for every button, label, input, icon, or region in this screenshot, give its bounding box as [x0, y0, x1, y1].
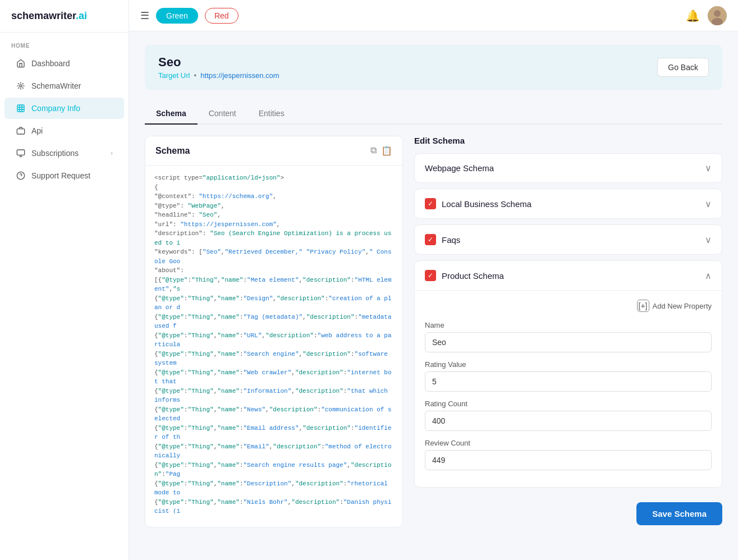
schema-panel-icons: ⧉ 📋: [370, 145, 392, 156]
target-url-value: https://jespernissen.com: [200, 71, 279, 80]
accordion-faqs: ✓ Faqs ∨: [414, 224, 722, 255]
sidebar-item-company-info[interactable]: Company Info: [4, 98, 124, 119]
svg-line-5: [18, 83, 19, 84]
form-group-rating-count: Rating Count: [425, 400, 712, 431]
accordion-webpage-title: Webpage Schema: [425, 163, 494, 173]
sidebar-item-schemawriter[interactable]: SchemaWriter: [4, 75, 124, 97]
accordion-product-body: [+] Add New Property Name Rating Value: [415, 290, 722, 487]
building-icon: [16, 103, 26, 113]
sidebar-item-dashboard[interactable]: Dashboard: [4, 53, 124, 74]
label-name: Name: [425, 321, 712, 329]
green-button[interactable]: Green: [156, 8, 198, 24]
edit-schema-title: Edit Schema: [414, 136, 722, 145]
page-title: Seo: [158, 55, 279, 70]
go-back-button[interactable]: Go Back: [657, 58, 709, 77]
chevron-down-icon: ∨: [705, 199, 712, 209]
sidebar-section-label: HOME: [0, 33, 129, 52]
svg-line-7: [22, 83, 24, 84]
accordion-local-business-header[interactable]: ✓ Local Business Schema ∨: [415, 189, 722, 218]
topbar-right: 🔔: [686, 6, 727, 25]
api-icon: [16, 126, 26, 136]
chevron-right-icon: ›: [111, 149, 113, 157]
svg-rect-11: [17, 150, 24, 155]
content-area: Seo Target Url • https://jespernissen.co…: [129, 31, 738, 560]
page-header-left: Seo Target Url • https://jespernissen.co…: [158, 55, 279, 80]
red-button[interactable]: Red: [205, 8, 239, 24]
add-property-button[interactable]: [+] Add New Property: [425, 300, 712, 312]
schema-panel: Schema ⧉ 📋 <script type="application/ld+…: [145, 136, 403, 527]
user-avatar[interactable]: [708, 6, 727, 25]
save-btn-container: Save Schema: [414, 493, 722, 527]
logo-text: schemawriter.ai: [11, 10, 87, 21]
accordion-webpage-header[interactable]: Webpage Schema ∨: [415, 154, 722, 182]
target-url: Target Url • https://jespernissen.com: [158, 71, 279, 80]
tab-content[interactable]: Content: [198, 103, 247, 125]
svg-point-0: [20, 85, 22, 87]
sidebar-logo: schemawriter.ai: [0, 0, 129, 33]
edit-panel: Edit Schema Webpage Schema ∨ ✓: [414, 136, 722, 527]
main-area: ☰ Green Red 🔔 Seo Target Url • https://j…: [129, 0, 738, 560]
accordion-faqs-title: Faqs: [442, 235, 460, 245]
save-schema-button[interactable]: Save Schema: [636, 502, 722, 525]
schema-columns: Schema ⧉ 📋 <script type="application/ld+…: [145, 136, 722, 527]
accordion-product-header[interactable]: ✓ Product Schema ∧: [415, 261, 722, 290]
page-header: Seo Target Url • https://jespernissen.co…: [145, 45, 722, 90]
sidebar-item-label: Dashboard: [31, 59, 70, 68]
tab-entities[interactable]: Entities: [247, 103, 296, 125]
label-review-count: Review Count: [425, 439, 712, 447]
support-icon: [16, 171, 26, 181]
accordion-left: ✓ Faqs: [425, 234, 460, 245]
sidebar-item-subscriptions[interactable]: Subscriptions ›: [4, 143, 124, 164]
accordion-local-business-title: Local Business Schema: [442, 199, 531, 209]
form-group-review-count: Review Count: [425, 439, 712, 470]
sidebar-item-label: Company Info: [31, 104, 80, 113]
accordion-webpage: Webpage Schema ∨: [414, 153, 722, 183]
code-block: <script type="application/ld+json"> { "@…: [145, 166, 402, 513]
input-name[interactable]: [425, 332, 712, 352]
topbar: ☰ Green Red 🔔: [129, 0, 738, 31]
sidebar-item-label: SchemaWriter: [31, 81, 81, 90]
bell-icon[interactable]: 🔔: [686, 9, 700, 22]
tabs: Schema Content Entities: [145, 103, 722, 125]
form-group-name: Name: [425, 321, 712, 352]
accordion-left: ✓ Product Schema: [425, 270, 504, 281]
chevron-down-icon: ∨: [705, 235, 712, 245]
label-rating-value: Rating Value: [425, 360, 712, 369]
svg-line-6: [22, 88, 24, 89]
sidebar-item-label: Support Request: [31, 171, 90, 180]
accordion-faqs-header[interactable]: ✓ Faqs ∨: [415, 225, 722, 254]
home-icon: [16, 58, 26, 68]
checkbox-icon[interactable]: ✓: [425, 270, 436, 281]
input-review-count[interactable]: [425, 450, 712, 470]
svg-point-17: [714, 10, 721, 17]
subscriptions-icon: [16, 148, 26, 158]
svg-line-8: [18, 88, 19, 89]
plus-icon: [+]: [637, 300, 649, 312]
schema-panel-header: Schema ⧉ 📋: [145, 136, 402, 166]
form-group-rating-value: Rating Value: [425, 360, 712, 392]
sidebar-item-label: Api: [31, 126, 43, 135]
copy-icon[interactable]: ⧉: [370, 145, 377, 156]
svg-rect-9: [17, 105, 24, 112]
sidebar-item-label: Subscriptions: [31, 149, 79, 158]
checkbox-icon[interactable]: ✓: [425, 234, 436, 245]
chevron-up-icon: ∧: [705, 270, 712, 281]
sidebar-item-api[interactable]: Api: [4, 120, 124, 141]
chevron-down-icon: ∨: [705, 163, 712, 173]
tab-schema[interactable]: Schema: [145, 103, 198, 125]
checkbox-icon[interactable]: ✓: [425, 198, 436, 209]
accordion-product-title: Product Schema: [442, 271, 504, 281]
snowflake-icon: [16, 81, 26, 91]
input-rating-value[interactable]: [425, 371, 712, 392]
accordion-product: ✓ Product Schema ∧ [+] Add New Property …: [414, 260, 722, 488]
accordion-left: ✓ Local Business Schema: [425, 198, 531, 209]
svg-rect-10: [17, 129, 24, 134]
download-icon[interactable]: 📋: [381, 145, 392, 156]
sidebar-item-support[interactable]: Support Request: [4, 165, 124, 186]
sidebar: schemawriter.ai HOME Dashboard SchemaWri…: [0, 0, 129, 560]
label-rating-count: Rating Count: [425, 400, 712, 408]
schema-panel-title: Schema: [155, 146, 190, 156]
input-rating-count[interactable]: [425, 411, 712, 431]
accordion-left: Webpage Schema: [425, 163, 494, 173]
hamburger-icon[interactable]: ☰: [140, 10, 149, 22]
